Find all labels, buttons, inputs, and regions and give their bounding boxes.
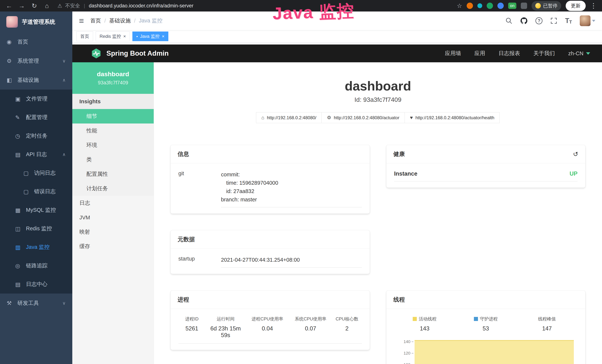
- breadcrumb-current: Java 监控: [139, 17, 162, 24]
- sidebar-item-scheduled-jobs[interactable]: ◷ 定时任务: [0, 127, 72, 145]
- sidebar-item-file-mgmt[interactable]: ▣ 文件管理: [0, 90, 72, 108]
- link-url: http://192.168.0.2:48080/: [267, 115, 316, 120]
- user-menu[interactable]: [580, 15, 595, 26]
- breadcrumb-home[interactable]: 首页: [90, 17, 101, 24]
- home-icon[interactable]: ⌂: [43, 2, 51, 10]
- section-label: Insights: [79, 98, 101, 105]
- sidebar-item-system[interactable]: ⚙ 系统管理 ∨: [0, 51, 72, 70]
- monitor-icon: ▥: [15, 244, 26, 250]
- sba-nav-journal[interactable]: 日志报表: [499, 50, 520, 57]
- sidebar-item-java-monitor[interactable]: ▥ Java 监控: [0, 238, 72, 257]
- instance-home-link[interactable]: ⌂ http://192.168.0.2:48080/: [256, 112, 322, 123]
- sba-nav: 应用墙 应用 日志报表 关于我们 zh-CN: [445, 50, 590, 57]
- sidebar-item-devtools[interactable]: ⚒ 研发工具 ∨: [0, 294, 72, 313]
- app-logo[interactable]: 芋道管理系统: [0, 11, 72, 32]
- sidebar-item-label: 链路追踪: [26, 262, 47, 269]
- font-size-icon[interactable]: T T: [565, 17, 572, 25]
- sba-nav-wallboard[interactable]: 应用墙: [445, 50, 461, 57]
- tag-home[interactable]: 首页: [76, 32, 93, 41]
- sidebar-item-config-mgmt[interactable]: ✎ 配置管理: [0, 108, 72, 127]
- health-link[interactable]: ♥ http://192.168.0.2:48080/actuator/heal…: [405, 112, 500, 123]
- sba-nav-about[interactable]: 关于我们: [533, 50, 555, 57]
- process-card: 进程 进程ID 5261 运行时间: [171, 290, 370, 350]
- sba-item-scheduled-tasks[interactable]: 计划任务: [72, 181, 154, 196]
- forward-icon[interactable]: →: [18, 2, 26, 10]
- extension-icon[interactable]: [467, 3, 473, 9]
- sba-item-mappings[interactable]: 映射: [72, 225, 154, 239]
- back-icon[interactable]: ←: [5, 2, 13, 10]
- fullscreen-icon[interactable]: [550, 17, 557, 24]
- sba-language-label: zh-CN: [568, 50, 583, 57]
- close-icon[interactable]: ×: [162, 34, 164, 39]
- browser-actions: ☆ on 已暂停 更新 ⋮: [457, 1, 597, 11]
- help-icon[interactable]: ?: [536, 17, 542, 24]
- sidebar-item-redis-monitor[interactable]: ◫ Redis 监控: [0, 219, 72, 238]
- sidebar-item-api-logs[interactable]: ▤ API 日志 ∧: [0, 145, 72, 164]
- logo-image: [6, 16, 18, 28]
- actuator-link[interactable]: ⚙ http://192.168.0.2:48080/actuator: [322, 112, 405, 123]
- process-col-uptime: 运行时间 6d 23h 15m 59s: [205, 316, 246, 339]
- metadata-value: 2021-04-27T00:44:31.254+08:00: [221, 256, 362, 268]
- sba-brand-title: Spring Boot Admin: [107, 50, 169, 57]
- update-button[interactable]: 更新: [566, 1, 586, 11]
- sba-item-beans[interactable]: 类: [72, 152, 154, 167]
- sba-item-metrics[interactable]: 性能: [72, 124, 154, 138]
- sba-item-caches[interactable]: 缓存: [72, 239, 154, 254]
- home-icon: ⌂: [261, 115, 264, 120]
- bookmark-star-icon[interactable]: ☆: [457, 2, 462, 9]
- sidebar-item-tracing[interactable]: ◎ 链路追踪: [0, 257, 72, 275]
- item-label: 配置属性: [86, 171, 108, 178]
- search-icon[interactable]: [505, 17, 512, 24]
- cards-grid: 信息 git commit: time: 1596289704000 id: 2…: [171, 145, 585, 364]
- breadcrumb-infra[interactable]: 基础设施: [109, 17, 131, 24]
- sidebar-item-mysql-monitor[interactable]: ▦ MySQL 监控: [0, 201, 72, 219]
- browser-menu-icon[interactable]: ⋮: [590, 2, 597, 10]
- health-card: 健康 ↺ Instance UP: [386, 145, 585, 188]
- tag-java-monitor[interactable]: ● Java 监控 ×: [132, 32, 168, 41]
- smiley-icon: [535, 3, 541, 9]
- process-col-proc-cpu: 进程CPU使用率 0.04: [246, 316, 289, 339]
- extension-on-badge[interactable]: on: [508, 3, 516, 9]
- sidebar-item-label: API 日志: [26, 151, 47, 158]
- sidebar-item-label: 系统管理: [17, 57, 39, 65]
- sidebar-item-label: 错误日志: [34, 188, 56, 195]
- threads-chart: 140 120 100: [394, 338, 578, 364]
- hamburger-icon[interactable]: ≡: [79, 16, 84, 26]
- sba-nav-applications[interactable]: 应用: [474, 50, 485, 57]
- address-bar[interactable]: ⚠ 不安全 | dashboard.yudao.iocoder.cn/infra…: [57, 2, 193, 9]
- card-title: 健康: [393, 150, 405, 158]
- sidebar-item-home[interactable]: ◉ 首页: [0, 32, 72, 51]
- sba-item-config-props[interactable]: 配置属性: [72, 167, 154, 181]
- extension-icon[interactable]: [487, 3, 493, 9]
- history-icon[interactable]: ↺: [573, 150, 579, 158]
- page-instance-id: Id: 93a3fc7f7409: [171, 96, 585, 103]
- col-header: 运行时间: [205, 316, 246, 322]
- sidebar-item-error-logs[interactable]: ▢ 错误日志: [0, 182, 72, 201]
- chart-y-axis: 140 120 100: [394, 338, 415, 364]
- sba-item-logs[interactable]: 日志: [72, 196, 154, 210]
- extensions-puzzle-icon[interactable]: [521, 3, 527, 9]
- sidebar-item-infra[interactable]: ◧ 基础设施 ∧: [0, 70, 72, 90]
- sba-content: dashboard Id: 93a3fc7f7409 ⌂ http://192.…: [154, 62, 602, 364]
- sba-language-select[interactable]: zh-CN: [568, 50, 590, 57]
- tag-redis-monitor[interactable]: Redis 监控 ×: [96, 32, 130, 41]
- extension-icon[interactable]: [497, 3, 504, 9]
- extension-icon[interactable]: [477, 3, 482, 8]
- close-icon[interactable]: ×: [123, 34, 126, 39]
- instance-id: 93a3fc7f7409: [98, 80, 128, 86]
- breadcrumb-separator: /: [134, 18, 136, 24]
- sba-section-insights[interactable]: Insights: [72, 94, 154, 109]
- tag-label: Java 监控: [140, 33, 160, 39]
- sidebar-item-log-center[interactable]: ▤ 日志中心: [0, 275, 72, 294]
- active-dot-icon: ●: [136, 35, 138, 38]
- sba-item-jvm[interactable]: JVM: [72, 210, 154, 225]
- sba-instance-header[interactable]: dashboard 93a3fc7f7409: [72, 62, 154, 94]
- sba-item-environment[interactable]: 环境: [72, 138, 154, 152]
- paused-badge[interactable]: 已暂停: [532, 1, 561, 11]
- github-icon[interactable]: [520, 17, 528, 24]
- item-label: 类: [86, 156, 92, 163]
- reload-icon[interactable]: ↻: [30, 2, 38, 10]
- sidebar-item-access-logs[interactable]: ▢ 访问日志: [0, 164, 72, 182]
- process-col-sys-cpu: 系统CPU使用率 0.07: [289, 316, 332, 339]
- sba-item-details[interactable]: 细节: [72, 109, 154, 124]
